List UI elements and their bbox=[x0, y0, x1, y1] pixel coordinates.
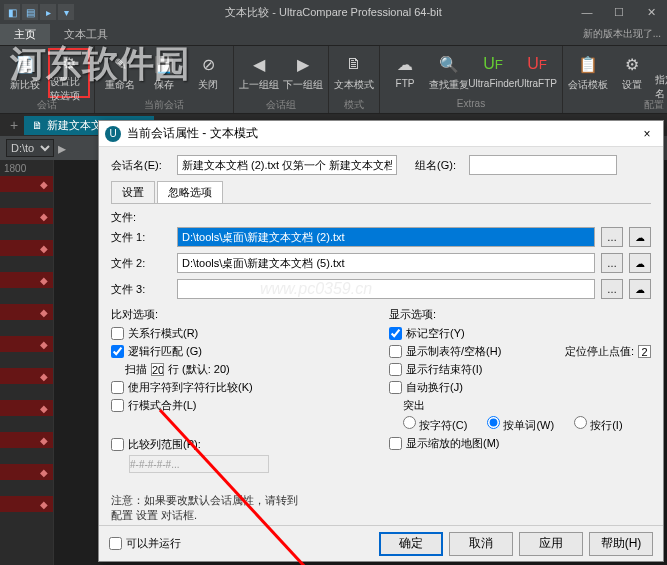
text-mode-button[interactable]: 🗎文本模式 bbox=[333, 48, 375, 98]
ok-button[interactable]: 确定 bbox=[379, 532, 443, 556]
gutter-line bbox=[0, 192, 53, 208]
close-button[interactable]: ✕ bbox=[639, 6, 663, 19]
add-tab-button[interactable]: + bbox=[4, 117, 24, 133]
break-label: 突出 bbox=[403, 398, 651, 413]
file3-input[interactable] bbox=[177, 279, 595, 299]
note-text: 注意：如果要改默认会话属性，请转到 配置 设置 对话框. bbox=[111, 493, 651, 523]
help-button[interactable]: 帮助(H) bbox=[589, 532, 653, 556]
tab-stop-label: 定位停止点值: bbox=[565, 344, 634, 359]
tab-tools[interactable]: 文本工具 bbox=[50, 24, 122, 45]
run-parallel-checkbox[interactable] bbox=[109, 537, 122, 550]
ultrafinder-button[interactable]: UFUltraFinder bbox=[472, 48, 514, 98]
show-minimap-checkbox[interactable] bbox=[389, 437, 402, 450]
prev-group-button[interactable]: ◀上一组组 bbox=[238, 48, 280, 98]
dialog-close-button[interactable]: × bbox=[637, 127, 657, 141]
text-mode-icon: 🗎 bbox=[342, 52, 366, 76]
ext-mgr-button[interactable]: 🔌指定扩展名 bbox=[655, 48, 667, 98]
gutter-line: ◆ bbox=[0, 176, 53, 192]
group-label: 会话组 bbox=[238, 98, 324, 112]
qat-icon[interactable]: ▤ bbox=[22, 4, 38, 20]
gutter-line: ◆ bbox=[0, 496, 53, 512]
file1-cloud-button[interactable]: ☁ bbox=[629, 227, 651, 247]
gutter-line: 1800 bbox=[0, 160, 53, 176]
file2-browse-button[interactable]: … bbox=[601, 253, 623, 273]
tab-stop-input[interactable] bbox=[638, 345, 651, 358]
by-char-radio[interactable] bbox=[403, 416, 416, 429]
maximize-button[interactable]: ☐ bbox=[607, 6, 631, 19]
qat-icon[interactable]: ▸ bbox=[40, 4, 56, 20]
gutter-line bbox=[0, 352, 53, 368]
mark-blank-checkbox[interactable] bbox=[389, 327, 402, 340]
ultraftp-button[interactable]: UFUltraFTP bbox=[516, 48, 558, 98]
rel-mode-checkbox[interactable] bbox=[111, 327, 124, 340]
ftp-button[interactable]: ☁FTP bbox=[384, 48, 426, 98]
by-word-radio[interactable] bbox=[487, 416, 500, 429]
session-template-button[interactable]: 📋会话模板 bbox=[567, 48, 609, 98]
gutter-line bbox=[0, 480, 53, 496]
file3-label: 文件 3: bbox=[111, 282, 171, 297]
group-label: 当前会话 bbox=[99, 98, 229, 112]
show-line-end-checkbox[interactable] bbox=[389, 363, 402, 376]
char-compare-checkbox[interactable] bbox=[111, 381, 124, 394]
session-properties-dialog: U 当前会话属性 - 文本模式 × 会话名(E): 组名(G): 设置 忽略选项… bbox=[98, 120, 664, 562]
file2-cloud-button[interactable]: ☁ bbox=[629, 253, 651, 273]
show-tabs-checkbox[interactable] bbox=[389, 345, 402, 358]
dialog-icon: U bbox=[105, 126, 121, 142]
save-icon: 💾 bbox=[152, 52, 176, 76]
gutter-line: ◆ bbox=[0, 240, 53, 256]
prev-icon: ◀ bbox=[247, 52, 271, 76]
file1-input[interactable] bbox=[177, 227, 595, 247]
compare-options-label: 比对选项: bbox=[111, 307, 373, 322]
next-group-button[interactable]: ▶下一组组 bbox=[282, 48, 324, 98]
tab-ignore-options[interactable]: 忽略选项 bbox=[157, 181, 223, 203]
gutter-line bbox=[0, 384, 53, 400]
files-label: 文件: bbox=[111, 210, 651, 225]
gutter-line bbox=[0, 416, 53, 432]
close-session-button[interactable]: ⊘关闭 bbox=[187, 48, 229, 98]
update-notice[interactable]: 新的版本出现了... bbox=[577, 24, 667, 45]
apply-button[interactable]: 应用 bbox=[519, 532, 583, 556]
minimize-button[interactable]: — bbox=[575, 6, 599, 19]
gutter-line: ◆ bbox=[0, 272, 53, 288]
window-title: 文本比较 - UltraCompare Professional 64-bit bbox=[225, 5, 441, 20]
qat-icon[interactable]: ▾ bbox=[58, 4, 74, 20]
dialog-title: 当前会话属性 - 文本模式 bbox=[127, 125, 258, 142]
gutter-line bbox=[0, 256, 53, 272]
group-name-label: 组名(G): bbox=[415, 158, 463, 173]
column-range-checkbox[interactable] bbox=[111, 438, 124, 451]
doc-icon: 🗎 bbox=[32, 119, 43, 131]
file1-browse-button[interactable]: … bbox=[601, 227, 623, 247]
uf-icon: UF bbox=[481, 52, 505, 76]
session-name-label: 会话名(E): bbox=[111, 158, 171, 173]
column-range-input bbox=[129, 455, 269, 473]
gutter-line bbox=[0, 448, 53, 464]
file2-input[interactable] bbox=[177, 253, 595, 273]
next-icon: ▶ bbox=[291, 52, 315, 76]
path-dropdown[interactable]: D:\to bbox=[6, 139, 54, 157]
file3-browse-button[interactable]: … bbox=[601, 279, 623, 299]
logic-match-checkbox[interactable] bbox=[111, 345, 124, 358]
gutter-line: ◆ bbox=[0, 336, 53, 352]
cancel-button[interactable]: 取消 bbox=[449, 532, 513, 556]
line-merge-checkbox[interactable] bbox=[111, 399, 124, 412]
save-button[interactable]: 💾保存 bbox=[143, 48, 185, 98]
gear-icon: ⚙ bbox=[620, 52, 644, 76]
scan-lines-input[interactable] bbox=[151, 363, 164, 376]
tab-home[interactable]: 主页 bbox=[0, 24, 50, 45]
file3-cloud-button[interactable]: ☁ bbox=[629, 279, 651, 299]
auto-wrap-checkbox[interactable] bbox=[389, 381, 402, 394]
qat-icon[interactable]: ◧ bbox=[4, 4, 20, 20]
rename-button[interactable]: ✎重命名 bbox=[99, 48, 141, 98]
settings-button[interactable]: ⚙设置 bbox=[611, 48, 653, 98]
gutter-line bbox=[0, 512, 53, 528]
new-compare-button[interactable]: 📄新比较 bbox=[4, 48, 46, 98]
session-name-input[interactable] bbox=[177, 155, 397, 175]
tab-settings[interactable]: 设置 bbox=[111, 181, 155, 203]
find-dup-button[interactable]: 🔍查找重复 bbox=[428, 48, 470, 98]
path-expand-icon[interactable]: ▸ bbox=[58, 139, 66, 158]
by-line-radio[interactable] bbox=[574, 416, 587, 429]
set-compare-options-button[interactable]: ⚙设置比较选项 bbox=[48, 48, 90, 98]
gutter-line: ◆ bbox=[0, 432, 53, 448]
ftp-icon: ☁ bbox=[393, 52, 417, 76]
group-name-input[interactable] bbox=[469, 155, 617, 175]
